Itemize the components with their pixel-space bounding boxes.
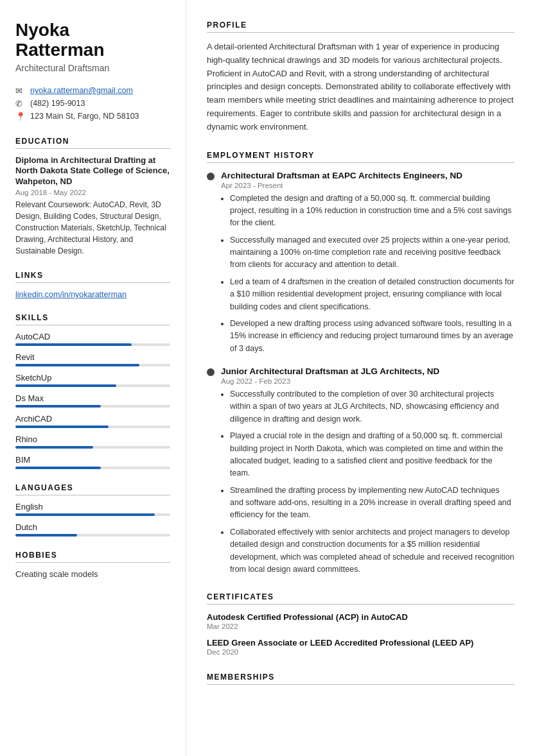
- resume-container: Nyoka Ratterman Architectural Draftsman …: [0, 0, 535, 756]
- skill-label: ArchiCAD: [15, 414, 170, 424]
- skill-item: SketchUp: [15, 373, 170, 387]
- skill-label: SketchUp: [15, 373, 170, 382]
- edu-degree: Diploma in Architectural Drafting at Nor…: [15, 155, 170, 188]
- employment-bullet: Successfully managed and executed over 2…: [230, 234, 514, 271]
- linkedin-link[interactable]: linkedin.com/in/nyokaratterman: [15, 290, 127, 299]
- employment-bullet: Played a crucial role in the design and …: [230, 430, 514, 480]
- language-item: Dutch: [15, 522, 170, 537]
- skill-item: ArchiCAD: [15, 414, 170, 428]
- skill-bar-fill: [15, 405, 101, 408]
- skill-bar-fill: [15, 425, 109, 428]
- certificate-title: LEED Green Associate or LEED Accredited …: [207, 638, 514, 648]
- main-content: PROFILE A detail-oriented Architectural …: [186, 0, 535, 756]
- employment-list: Architectural Draftsman at EAPC Architec…: [207, 171, 514, 576]
- profile-text: A detail-oriented Architectural Draftsma…: [207, 40, 514, 134]
- employment-title: Junior Architectural Draftsman at JLG Ar…: [221, 366, 439, 376]
- employment-bullet: Successfully contributed to the completi…: [230, 388, 514, 425]
- employment-entry: Architectural Draftsman at EAPC Architec…: [207, 171, 514, 356]
- edu-coursework: Relevant Coursework: AutoCAD, Revit, 3D …: [15, 199, 170, 257]
- skill-label: Ds Max: [15, 393, 170, 403]
- language-bar-bg: [15, 513, 170, 516]
- employment-dates: Apr 2023 - Present: [221, 182, 514, 189]
- employment-bullet: Streamlined the drafting process by impl…: [230, 485, 514, 522]
- phone-item: ✆ (482) 195-9013: [15, 99, 170, 108]
- employment-bullet: Developed a new drafting process using a…: [230, 318, 514, 355]
- skills-section-title: SKILLS: [15, 313, 170, 325]
- skill-bar-bg: [15, 405, 170, 408]
- skill-bar-bg: [15, 425, 170, 428]
- skill-bar-bg: [15, 343, 170, 346]
- skill-item: Revit: [15, 352, 170, 366]
- email-icon: ✉: [15, 86, 26, 96]
- employment-dot: [207, 368, 215, 376]
- employment-dates: Aug 2022 - Feb 2023: [221, 377, 514, 385]
- certificate-entry: Autodesk Certified Professional (ACP) in…: [207, 612, 514, 630]
- sidebar: Nyoka Ratterman Architectural Draftsman …: [0, 0, 186, 756]
- skill-item: Ds Max: [15, 393, 170, 408]
- education-section-title: EDUCATION: [15, 137, 170, 149]
- edu-dates: Aug 2018 - May 2022: [15, 189, 170, 196]
- linkedin-link-item: linkedin.com/in/nyokaratterman: [15, 289, 170, 299]
- address-item: 📍 123 Main St, Fargo, ND 58103: [15, 112, 170, 121]
- employment-bullet: Collaborated effectively with senior arc…: [230, 526, 514, 576]
- links-section-title: LINKS: [15, 271, 170, 283]
- skill-bar-fill: [15, 446, 93, 449]
- email-item: ✉ nyoka.ratterman@gmail.com: [15, 86, 170, 96]
- email-link[interactable]: nyoka.ratterman@gmail.com: [30, 86, 133, 95]
- skill-bar-bg: [15, 384, 170, 387]
- profile-section-title: PROFILE: [207, 21, 514, 33]
- skill-label: Rhino: [15, 434, 170, 444]
- employment-section-title: EMPLOYMENT HISTORY: [207, 151, 514, 163]
- hobbies-text: Creating scale models: [15, 569, 170, 579]
- certificate-date: Mar 2022: [207, 623, 514, 630]
- skill-bar-bg: [15, 364, 170, 366]
- certificate-entry: LEED Green Associate or LEED Accredited …: [207, 638, 514, 656]
- skills-list: AutoCAD Revit SketchUp Ds Max ArchiCAD: [15, 332, 170, 469]
- address-text: 123 Main St, Fargo, ND 58103: [30, 112, 139, 121]
- language-bar-fill: [15, 534, 77, 537]
- hobbies-section-title: HOBBIES: [15, 551, 170, 563]
- language-label: English: [15, 502, 170, 511]
- employment-header: Junior Architectural Draftsman at JLG Ar…: [207, 366, 514, 376]
- location-icon: 📍: [15, 112, 26, 121]
- certificates-section-title: CERTIFICATES: [207, 592, 514, 605]
- candidate-name: Nyoka Ratterman: [15, 21, 170, 60]
- certificate-date: Dec 2020: [207, 648, 514, 656]
- employment-dot: [207, 173, 215, 180]
- memberships-section-title: MEMBERSHIPS: [207, 673, 514, 685]
- job-title: Architectural Draftsman: [15, 63, 170, 73]
- skill-bar-bg: [15, 467, 170, 469]
- phone-icon: ✆: [15, 99, 26, 108]
- language-bar-bg: [15, 534, 170, 537]
- skill-bar-fill: [15, 364, 139, 366]
- skill-item: Rhino: [15, 434, 170, 449]
- skill-label: AutoCAD: [15, 332, 170, 341]
- language-bar-fill: [15, 513, 155, 516]
- skill-label: BIM: [15, 455, 170, 465]
- languages-list: English Dutch: [15, 502, 170, 537]
- employment-bullets: Completed the design and drafting of a 5…: [221, 193, 514, 356]
- skill-item: AutoCAD: [15, 332, 170, 346]
- skill-label: Revit: [15, 352, 170, 362]
- employment-bullets: Successfully contributed to the completi…: [221, 388, 514, 576]
- language-label: Dutch: [15, 522, 170, 532]
- languages-section-title: LANGUAGES: [15, 483, 170, 495]
- skill-bar-fill: [15, 384, 116, 387]
- language-item: English: [15, 502, 170, 516]
- employment-bullet: Completed the design and drafting of a 5…: [230, 193, 514, 230]
- employment-bullet: Led a team of 4 draftsmen in the creatio…: [230, 276, 514, 313]
- skill-bar-fill: [15, 343, 132, 346]
- skill-item: BIM: [15, 455, 170, 469]
- skill-bar-fill: [15, 467, 101, 469]
- contact-list: ✉ nyoka.ratterman@gmail.com ✆ (482) 195-…: [15, 86, 170, 121]
- skill-bar-bg: [15, 446, 170, 449]
- employment-title: Architectural Draftsman at EAPC Architec…: [221, 171, 462, 180]
- phone-number: (482) 195-9013: [30, 99, 85, 108]
- certificates-list: Autodesk Certified Professional (ACP) in…: [207, 612, 514, 656]
- employment-entry: Junior Architectural Draftsman at JLG Ar…: [207, 366, 514, 576]
- certificate-title: Autodesk Certified Professional (ACP) in…: [207, 612, 514, 622]
- employment-header: Architectural Draftsman at EAPC Architec…: [207, 171, 514, 180]
